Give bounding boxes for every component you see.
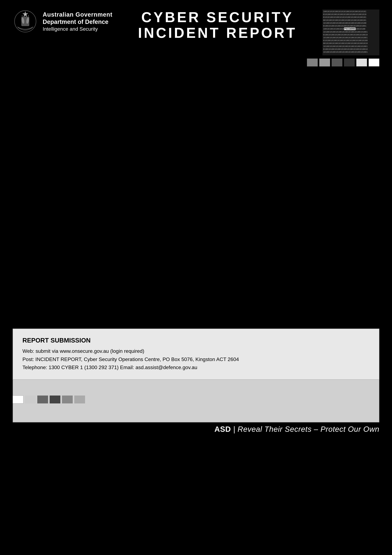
title-line-1: CYBER SECURITY <box>122 9 313 25</box>
color-block-b5 <box>62 395 73 403</box>
submission-line-3: Telephone: 1300 CYBER 1 (1300 292 371) E… <box>22 363 370 372</box>
color-block-6 <box>369 58 379 66</box>
svg-point-5 <box>25 14 26 15</box>
report-submission-box: REPORT SUBMISSION Web: submit via www.on… <box>13 329 379 380</box>
password-highlight: PASSWORD <box>344 28 355 30</box>
color-block-b6 <box>74 395 85 403</box>
main-content-area: REPORT SUBMISSION Web: submit via www.on… <box>0 66 392 446</box>
asd-tagline-separator: | <box>233 425 238 433</box>
color-block-4 <box>344 58 355 66</box>
color-block-b2 <box>25 395 36 403</box>
color-block-5 <box>356 58 367 66</box>
submission-line-2: Post: INCIDENT REPORT, Cyber Security Op… <box>22 355 370 363</box>
svg-point-6 <box>22 15 22 16</box>
binary-overlay: 10010101010010101010010101001010101 0101… <box>322 9 379 55</box>
org-text-block: Australian Government Department of Defe… <box>43 9 112 33</box>
org-name-australian-government: Australian Government <box>43 11 112 18</box>
color-block-b3 <box>37 395 48 403</box>
asd-tagline: ASD | Reveal Their Secrets – Protect Our… <box>214 425 379 433</box>
color-block-b4 <box>50 395 60 403</box>
svg-point-7 <box>28 15 29 16</box>
color-block-3 <box>332 58 342 66</box>
title-line-2: INCIDENT REPORT <box>122 25 313 41</box>
color-block-b1 <box>13 395 23 403</box>
color-blocks-top-row <box>0 58 392 66</box>
report-submission-title: REPORT SUBMISSION <box>22 337 370 344</box>
asd-tagline-text: Reveal Their Secrets – Protect Our Own <box>238 425 379 433</box>
asd-org-label: ASD <box>214 425 231 433</box>
org-name-dept: Department of Defence <box>43 18 112 26</box>
org-name-intel: Intelligence and Security <box>43 25 112 33</box>
color-block-2 <box>319 58 330 66</box>
color-block-1 <box>307 58 318 66</box>
report-submission-body: Web: submit via www.onsecure.gov.au (log… <box>22 347 370 372</box>
org-branding: Australian Government Department of Defe… <box>13 9 112 35</box>
cyber-image-panel: 10010101010010101010010101001010101 0101… <box>322 9 379 55</box>
page-header: Australian Government Department of Defe… <box>0 0 392 55</box>
report-title-block: CYBER SECURITY INCIDENT REPORT <box>112 9 322 41</box>
coat-of-arms-logo <box>13 9 38 35</box>
submission-line-1: Web: submit via www.onsecure.gov.au (log… <box>22 347 370 355</box>
color-blocks-bottom-row <box>13 395 85 403</box>
